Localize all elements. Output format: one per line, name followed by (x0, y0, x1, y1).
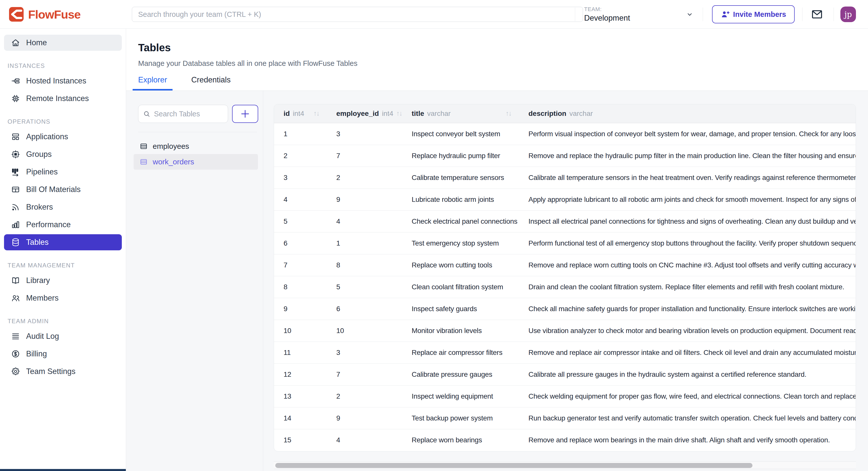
table-row[interactable]: 149Test backup power systemRun backup ge… (274, 407, 856, 429)
cell-employee-id: 7 (327, 363, 402, 385)
add-table-button[interactable] (232, 105, 258, 123)
sidebar-item-performance[interactable]: Performance (4, 217, 122, 233)
sidebar-item-remote-instances[interactable]: Remote Instances (4, 90, 122, 107)
cell-employee-id: 4 (327, 429, 402, 451)
sidebar-item-hosted-instances[interactable]: Hosted Instances (4, 73, 122, 89)
topbar-actions: TEAM: Development Invite Members jp (575, 0, 868, 29)
cell-id: 9 (274, 298, 327, 320)
sort-icon[interactable]: ↑↓ (396, 110, 402, 117)
table-row[interactable]: 1010Monitor vibration levelsUse vibratio… (274, 320, 856, 342)
cell-description: Drain and clean the coolant filtration s… (519, 276, 856, 298)
cell-employee-id: 2 (327, 385, 402, 407)
column-header-title[interactable]: titlevarchar↑↓ (402, 104, 519, 123)
table-row[interactable]: 132Inspect welding equipmentCheck weldin… (274, 385, 856, 407)
table-row[interactable]: 61Test emergency stop systemPerform func… (274, 232, 856, 254)
sort-icon[interactable]: ↑↓ (505, 110, 512, 117)
team-selector[interactable]: TEAM: Development (575, 6, 694, 23)
mail-icon[interactable] (811, 8, 823, 20)
sidebar-item-brokers[interactable]: Brokers (4, 199, 122, 215)
sidebar-item-groups[interactable]: Groups (4, 146, 122, 163)
sidebar-item-label: Home (26, 38, 47, 47)
cell-id: 3 (274, 167, 327, 188)
user-plus-icon (720, 10, 730, 19)
column-header-id[interactable]: idint4↑↓ (274, 104, 327, 123)
column-name: id (284, 110, 290, 118)
hosted-instance-icon (11, 77, 20, 85)
cell-title: Clean coolant filtration system (402, 276, 519, 298)
members-icon (11, 294, 20, 303)
column-type: varchar (427, 110, 451, 118)
sidebar-item-label: Bill Of Materials (26, 185, 81, 194)
table-row[interactable]: 32Calibrate temperature sensorsCalibrate… (274, 167, 856, 188)
sidebar-item-tables[interactable]: Tables (4, 234, 122, 250)
table-row[interactable]: 85Clean coolant filtration systemDrain a… (274, 276, 856, 298)
remote-instance-icon (11, 94, 20, 103)
cell-employee-id: 3 (327, 342, 402, 363)
table-row[interactable]: 27Replace hydraulic pump filterRemove an… (274, 145, 856, 167)
table-name: employees (153, 142, 189, 151)
table-row[interactable]: 49Lubricate robotic arm jointsApply appr… (274, 188, 856, 210)
cell-title: Monitor vibration levels (402, 320, 519, 342)
cell-id: 7 (274, 254, 327, 276)
cell-id: 14 (274, 407, 327, 429)
team-name: Development (584, 13, 630, 23)
cell-id: 13 (274, 385, 327, 407)
performance-icon (11, 220, 20, 229)
scrollbar-thumb[interactable] (275, 463, 752, 468)
sidebar-item-home[interactable]: Home (4, 35, 122, 51)
sidebar-item-label: Performance (26, 220, 70, 229)
sidebar-item-audit-log[interactable]: Audit Log (4, 328, 122, 344)
tabs: ExplorerCredentials (133, 72, 249, 90)
cell-title: Replace air compressor filters (402, 342, 519, 363)
table-row[interactable]: 127Calibrate pressure gaugesCalibrate al… (274, 363, 856, 385)
sidebar-item-label: Tables (26, 238, 49, 247)
table-row[interactable]: 154Replace worn bearingsRemove and repla… (274, 429, 856, 451)
table-header-row: idint4↑↓employee_idint4↑↓titlevarchar↑↓d… (274, 104, 856, 123)
table-row[interactable]: 13Inspect conveyor belt systemPerform vi… (274, 123, 856, 145)
cell-id: 12 (274, 363, 327, 385)
sidebar: HomeINSTANCESHosted InstancesRemote Inst… (0, 29, 126, 471)
user-avatar[interactable]: jp (840, 6, 856, 22)
sidebar-section-label: TEAM ADMIN (7, 318, 126, 325)
sort-icon[interactable]: ↑↓ (313, 110, 319, 117)
sidebar-item-members[interactable]: Members (4, 290, 122, 306)
table-row[interactable]: 113Replace air compressor filtersRemove … (274, 342, 856, 363)
column-header-employee-id[interactable]: employee_idint4↑↓ (327, 104, 402, 123)
table-row[interactable]: 96Inspect safety guardsCheck all machine… (274, 298, 856, 320)
sidebar-item-applications[interactable]: Applications (4, 129, 122, 145)
sidebar-section-label: TEAM MANAGEMENT (7, 262, 126, 269)
column-header-content: employee_idint4↑↓ (327, 110, 402, 118)
flowfuse-logo[interactable]: FlowFuse (9, 0, 81, 29)
table-list-item-work-orders[interactable]: work_orders (134, 154, 258, 170)
sidebar-item-pipelines[interactable]: Pipelines (4, 164, 122, 180)
column-header-description: descriptionvarchar (519, 104, 856, 123)
cell-description: Remove and replace worn bearings in the … (519, 429, 856, 451)
sidebar-item-team-settings[interactable]: Team Settings (4, 363, 122, 380)
sidebar-item-label: Brokers (26, 203, 53, 212)
tab-credentials[interactable]: Credentials (186, 72, 236, 90)
table-row[interactable]: 54Check electrical panel connectionsInsp… (274, 210, 856, 232)
tab-explorer[interactable]: Explorer (133, 72, 173, 90)
cell-employee-id: 10 (327, 320, 402, 342)
sidebar-item-library[interactable]: Library (4, 272, 122, 289)
search-tables-input[interactable] (154, 110, 224, 118)
sidebar-item-label: Pipelines (26, 167, 58, 176)
cell-description: Remove and replace worn cutting tools on… (519, 254, 856, 276)
cell-description: Perform functional test of all emergency… (519, 232, 856, 254)
sidebar-item-label: Remote Instances (26, 94, 89, 103)
sidebar-item-label: Audit Log (26, 332, 59, 341)
cell-id: 8 (274, 276, 327, 298)
sidebar-item-bill-of-materials[interactable]: Bill Of Materials (4, 181, 122, 198)
table-row[interactable]: 78Replace worn cutting toolsRemove and r… (274, 254, 856, 276)
sidebar-bottom-bar (0, 469, 126, 471)
sidebar-item-billing[interactable]: Billing (4, 346, 122, 362)
global-search-input[interactable] (132, 7, 583, 22)
table-list-item-employees[interactable]: employees (134, 139, 258, 154)
cell-id: 5 (274, 210, 327, 232)
cell-title: Inspect welding equipment (402, 385, 519, 407)
column-name: employee_id (336, 110, 379, 118)
sidebar-item-label: Library (26, 276, 50, 285)
horizontal-scrollbar[interactable] (274, 462, 856, 469)
table-name: work_orders (153, 157, 194, 166)
invite-members-button[interactable]: Invite Members (712, 5, 795, 23)
